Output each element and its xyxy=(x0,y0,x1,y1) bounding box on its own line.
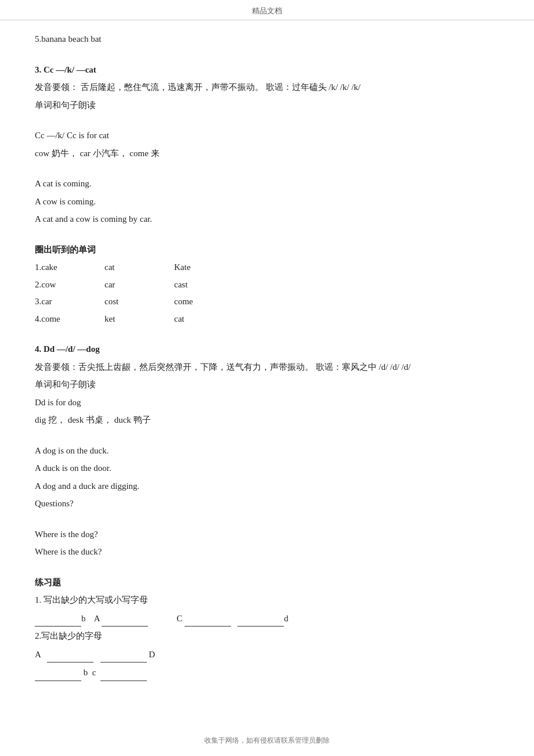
section4-s2: A duck is on the door. xyxy=(35,460,499,477)
section3-s1: A cat is coming. xyxy=(35,175,499,192)
circle-title: 圈出听到的单词 xyxy=(35,242,499,258)
list-col: 2.cow xyxy=(35,276,81,293)
line1-section: 5.banana beach bat xyxy=(35,31,499,48)
circle-list: 1.cake cat Kate 2.cow car cast 3.car cos… xyxy=(35,259,499,327)
section3-desc2: 单词和句子朗读 xyxy=(35,97,499,114)
blank-field xyxy=(185,610,231,627)
list-col: cast xyxy=(174,276,221,293)
exercise2-line1: A D xyxy=(35,646,499,663)
header-title: 精品文档 xyxy=(252,6,282,15)
list-item: 3.car cost come xyxy=(35,293,499,310)
exercise2-title: 2.写出缺少的字母 xyxy=(35,628,499,645)
section3-words: Cc —/k/ Cc is for cat cow 奶牛， car 小汽车， c… xyxy=(35,127,499,161)
section3-cc-line: Cc —/k/ Cc is for cat xyxy=(35,127,499,144)
section4-sentences: A dog is on the duck. A duck is on the d… xyxy=(35,442,499,512)
list-col: 3.car xyxy=(35,293,81,310)
section4-title: 4. Dd —/d/ —dog xyxy=(35,341,499,358)
blank-field xyxy=(237,610,284,627)
exercise-title: 练习题 xyxy=(35,574,499,591)
list-col: cat xyxy=(104,259,151,276)
section3-desc1: 发音要领： 舌后隆起，憋住气流，迅速离开，声带不振动。 歌谣：过年磕头 /k/ … xyxy=(35,79,499,96)
exercise1-title: 1. 写出缺少的大写或小写字母 xyxy=(35,592,499,609)
section4-questions: Where is the dog? Where is the duck? xyxy=(35,526,499,560)
exercise-section: 练习题 1. 写出缺少的大写或小写字母 b A C d 2.写出缺少的字母 A … xyxy=(35,574,499,681)
line1: 5.banana beach bat xyxy=(35,31,499,48)
section3-s2: A cow is coming. xyxy=(35,193,499,210)
section4-s4: Questions? xyxy=(35,495,499,512)
list-item: 1.cake cat Kate xyxy=(35,259,499,276)
section3-sentences: A cat is coming. A cow is coming. A cat … xyxy=(35,175,499,228)
list-col: car xyxy=(104,276,151,293)
blank-field xyxy=(100,646,147,663)
list-col: cost xyxy=(104,293,151,310)
blank-field xyxy=(102,610,148,627)
blank-field xyxy=(35,664,81,681)
list-col: cat xyxy=(174,311,221,327)
exercise1-line: b A C d xyxy=(35,610,499,627)
section4-s1: A dog is on the duck. xyxy=(35,442,499,459)
section4: 4. Dd —/d/ —dog 发音要领：舌尖抵上齿龈，然后突然弹开，下降，送气… xyxy=(35,341,499,429)
list-item: 2.cow car cast xyxy=(35,276,499,293)
section4-desc1: 发音要领：舌尖抵上齿龈，然后突然弹开，下降，送气有力，声带振动。 歌谣：寒风之中… xyxy=(35,359,499,376)
page-footer: 收集于网络，如有侵权请联系管理员删除 xyxy=(0,736,534,746)
section4-words: dig 挖， desk 书桌， duck 鸭子 xyxy=(35,412,499,429)
section3: 3. Cc —/k/ —cat 发音要领： 舌后隆起，憋住气流，迅速离开，声带不… xyxy=(35,62,499,114)
circle-section: 圈出听到的单词 1.cake cat Kate 2.cow car cast 3… xyxy=(35,242,499,327)
list-item: 4.come ket cat xyxy=(35,311,499,327)
exercise2-line2: b c xyxy=(35,664,499,681)
footer-text: 收集于网络，如有侵权请联系管理员删除 xyxy=(204,736,330,744)
section4-dd-line: Dd is for dog xyxy=(35,394,499,411)
section3-s3: A cat and a cow is coming by car. xyxy=(35,211,499,228)
list-col: 1.cake xyxy=(35,259,81,276)
section3-word-list: cow 奶牛， car 小汽车， come 来 xyxy=(35,145,499,162)
blank-field xyxy=(35,610,81,627)
section4-desc2: 单词和句子朗读 xyxy=(35,376,499,393)
list-col: ket xyxy=(104,311,151,327)
list-col: 4.come xyxy=(35,311,81,327)
blank-field xyxy=(100,664,147,681)
page-header: 精品文档 xyxy=(0,0,534,20)
section4-s3: A dog and a duck are digging. xyxy=(35,478,499,495)
main-content: 5.banana beach bat 3. Cc —/k/ —cat 发音要领：… xyxy=(0,31,534,724)
list-col: come xyxy=(174,293,221,310)
list-col: Kate xyxy=(174,259,221,276)
section4-q1: Where is the dog? xyxy=(35,526,499,543)
blank-field xyxy=(47,646,93,663)
section4-q2: Where is the duck? xyxy=(35,543,499,560)
section3-title: 3. Cc —/k/ —cat xyxy=(35,62,499,78)
